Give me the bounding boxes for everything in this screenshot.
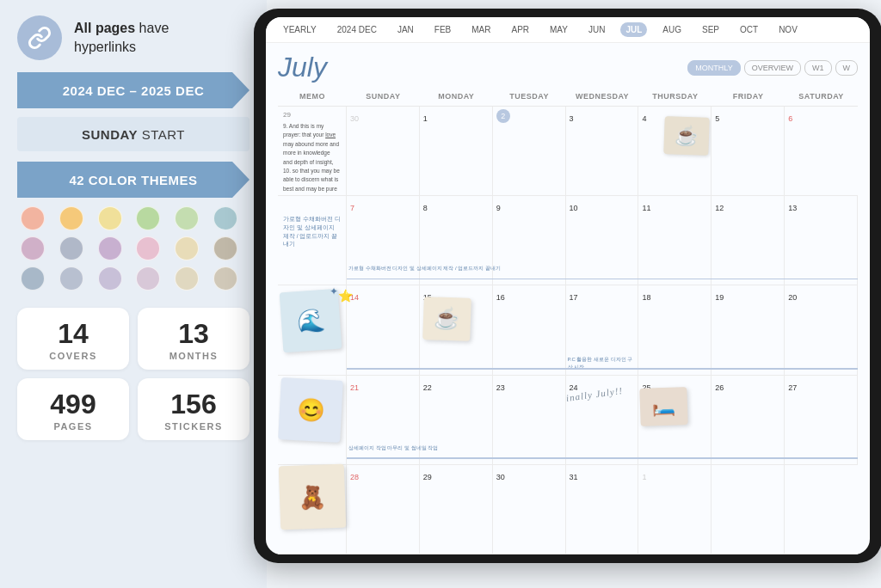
view-tabs: MONTHLY OVERVIEW W1 W [687,60,858,76]
tab-overview[interactable]: OVERVIEW [744,60,801,76]
stat-covers-number: 14 [58,320,89,347]
day-cell-31: 31 [566,465,639,554]
day-cell-30: 30 [347,107,420,195]
memo-cell-3: 🌊 ⭐ ✦ [278,285,347,374]
header-friday: FRIDAY [712,90,785,102]
swatch-10 [136,236,160,260]
week-row-1: 29 9. And this is my prayer: that your l… [278,107,858,196]
nav-may[interactable]: MAY [545,22,573,37]
star-icon: ⭐ [338,287,347,305]
swatch-1 [21,206,45,230]
day-cell-1: 1 [420,107,493,195]
link-icon [17,15,62,60]
event-text-1: 가로형 수채화버전 디자인 및 상세페이지 제작 / 업로드까지 끝내기 [348,265,854,273]
hyperlinks-bold: All pages [74,21,135,35]
header-memo: MEMO [278,90,347,102]
nav-aug[interactable]: AUG [657,22,687,37]
tab-w1[interactable]: W1 [804,60,832,76]
photo-sticker-3: 🧸 [279,465,347,530]
day-cell-empty1 [712,465,785,554]
day-cell-28: 28 [347,465,420,554]
tablet-screen: YEARLY 2024 DEC JAN FEB MAR APR MAY JUN … [266,17,870,554]
stat-months-label: MONTHS [169,351,219,361]
day-cell-18: 18 [638,285,712,374]
memo-cell-5: 🧸 [278,465,347,554]
month-title: July [278,52,327,83]
nav-feb[interactable]: FEB [429,22,456,37]
nav-yearly[interactable]: YEARLY [278,22,322,37]
swatch-4 [136,206,160,230]
color-themes-banner: 42 COLOR THEMES [17,162,250,198]
stat-months-number: 13 [178,320,209,347]
day-cell-15: 15 ☕ [420,285,493,374]
swatch-11 [175,236,199,260]
day-cell-30b: 30 [493,465,566,554]
tablet-device: YEARLY 2024 DEC JAN FEB MAR APR MAY JUN … [254,9,881,563]
nav-jul[interactable]: JUL [620,22,647,37]
day-headers: MEMO SUNDAY MONDAY TUESDAY WEDNESDAY THU… [278,90,858,107]
swatch-grid [17,198,250,296]
header-thursday: THURSDAY [638,90,712,102]
stat-stickers: 156 STICKERS [138,378,250,440]
day-cell-5: 5 [712,107,785,195]
day-cell-3: 3 [566,107,639,195]
swatch-9 [98,236,122,260]
stat-covers-label: COVERS [49,351,96,361]
day-cell-aug1: 1 [638,465,712,554]
date-range-label: 2024 DEC – 2025 DEC [63,83,205,98]
week-row-2: 가로형 수채화버전 디자인 및 상세페이지 제작 / 업로드까지 끝내기 7 8… [278,196,858,285]
hyperlinks-text: All pages havehyperlinks [74,19,169,58]
nav-mar[interactable]: MAR [466,22,496,37]
nav-apr[interactable]: APR [506,22,534,37]
day-cell-empty2 [785,465,858,554]
stat-pages: 499 PAGES [17,378,129,440]
day-cell-29: 29 [420,465,493,554]
calendar-top-nav: YEARLY 2024 DEC JAN FEB MAR APR MAY JUN … [266,17,870,43]
stat-pages-number: 499 [50,390,95,418]
nav-2024dec[interactable]: 2024 DEC [332,22,382,37]
right-panel: YEARLY 2024 DEC JAN FEB MAR APR MAY JUN … [254,9,881,579]
swatch-14 [59,266,83,291]
sunday-start-label: SUNDAY START [82,127,185,142]
memo-cell-4: 😊 [278,376,347,464]
tab-monthly[interactable]: MONTHLY [687,60,740,76]
swatch-12 [213,236,237,260]
swatch-15 [98,266,122,291]
swatch-5 [175,206,199,230]
nav-jan[interactable]: JAN [392,22,419,37]
memo-cell-1: 29 9. And this is my prayer: that your l… [278,107,347,195]
calendar-container: YEARLY 2024 DEC JAN FEB MAR APR MAY JUN … [266,17,870,554]
day-cell-19: 19 [712,285,785,374]
calendar-rows: 29 9. And this is my prayer: that your l… [278,107,858,554]
event-bar-1 [347,279,858,280]
calendar-grid: MEMO SUNDAY MONDAY TUESDAY WEDNESDAY THU… [278,90,858,554]
day-cell-2: 2 [493,107,566,195]
event-text-3: 상세페이지 작업 마무리 및 썸네일 작업 [348,444,854,452]
swatch-7 [21,236,45,260]
header-tuesday: TUESDAY [493,90,566,102]
header-saturday: SATURDAY [785,90,858,102]
swatch-16 [136,266,160,291]
day-cell-16: 16 [493,285,566,374]
photo-sticker-coffee: ☕ [422,297,471,341]
photo-sticker-2: 😊 [278,377,343,443]
date-range-banner: 2024 DEC – 2025 DEC [17,72,250,108]
stat-covers: 14 COVERS [17,308,129,370]
nav-oct[interactable]: OCT [735,22,763,37]
week-row-5: 🧸 28 29 30 [278,465,858,554]
swatch-13 [21,266,45,291]
nav-jun[interactable]: JUN [583,22,610,37]
nav-nov[interactable]: NOV [773,22,803,37]
swatch-3 [98,206,122,230]
memo-cell-2: 가로형 수채화버전 디자인 및 상세페이지 제작 / 업로드까지 끝내기 [278,196,347,285]
stat-stickers-number: 156 [170,390,216,418]
stats-grid: 14 COVERS 13 MONTHS 499 PAGES 156 STICKE… [17,308,250,440]
day-cell-14: 14 [347,285,420,374]
tab-w[interactable]: W [835,60,859,76]
event-bar-3 [347,457,858,459]
nav-sep[interactable]: SEP [697,22,724,37]
color-themes-section: 42 COLOR THEMES [17,162,250,296]
swatch-8 [59,236,83,260]
photo-sticker-room: 🛏️ [640,387,689,426]
swatch-18 [213,266,237,291]
